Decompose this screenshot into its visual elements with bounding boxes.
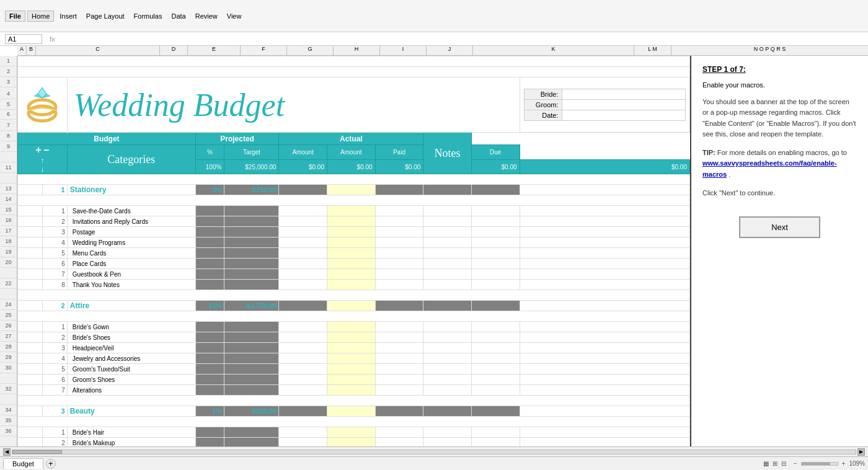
attire-item-1: 1 Bride's Gown: [18, 322, 690, 332]
projected-group-header: Projected: [195, 133, 279, 145]
row-num-8: 8: [0, 131, 17, 141]
attire-sub7: Alterations: [67, 385, 195, 396]
row-num-33: [0, 394, 17, 405]
content-area: Wedding Budget Bride:: [17, 56, 868, 446]
beauty-sub1: Bride's Hair: [67, 427, 195, 438]
row-num-23: [0, 289, 17, 299]
col-header-h: H: [334, 46, 380, 55]
budget-group-header: Budget: [18, 133, 196, 145]
toolbar: File Home Insert Page Layout Formulas Da…: [0, 0, 868, 32]
header-sub-row: + – ↑ ↓ Categories % Target: [18, 145, 690, 160]
page-layout-menu[interactable]: Page Layout: [82, 11, 128, 21]
total-amount1: $0.00: [279, 160, 327, 174]
row-num-2: 2: [0, 66, 17, 77]
name-box[interactable]: A1: [5, 34, 42, 44]
col-header-b: B: [27, 46, 36, 55]
row-2: [18, 67, 690, 78]
scroll-thumb[interactable]: [12, 450, 62, 454]
zoom-plus-btn[interactable]: +: [842, 460, 846, 467]
stationery-item-7: 7 Guestbook & Pen: [18, 269, 690, 280]
row-10-empty: [18, 174, 690, 185]
formula-bar: A1 fx: [0, 32, 868, 46]
actual-group-header: Actual: [279, 133, 423, 145]
row-num-36: 36: [0, 426, 17, 437]
row-num-20: 20: [0, 257, 17, 268]
add-sheet-btn[interactable]: +: [46, 459, 56, 469]
attire-label: Attire: [67, 301, 195, 311]
zoom-fill: [802, 463, 830, 465]
beauty-item-2: 2 Bride's Makeup: [18, 438, 690, 447]
row-num-32: 32: [0, 384, 17, 394]
minus-icon[interactable]: –: [44, 145, 50, 155]
up-arrow[interactable]: ↑: [40, 156, 44, 165]
row-num-16: 16: [0, 215, 17, 226]
total-actual: $0.00: [375, 160, 423, 174]
row-num-31: [0, 373, 17, 384]
stationery-sub4: Wedding Programs: [67, 237, 195, 248]
zoom-level: 109%: [849, 460, 865, 467]
bride-label: Bride:: [524, 89, 562, 100]
col-header-j: J: [427, 46, 473, 55]
total-amount2: $0.00: [327, 160, 376, 174]
row-num-3: 3: [0, 77, 17, 87]
stationery-sub5: Menu Cards: [67, 248, 195, 259]
formula-divider: fx: [50, 35, 55, 43]
down-arrow[interactable]: ↓: [40, 165, 44, 174]
row-num-30: 30: [0, 363, 17, 373]
data-menu[interactable]: Data: [167, 11, 189, 21]
row-num-34: 34: [0, 405, 17, 415]
header-title-row: Wedding Budget Bride:: [18, 78, 690, 133]
next-button[interactable]: Next: [739, 216, 820, 238]
col-header-rest: N O P Q R S: [671, 46, 868, 55]
view-page-break-icon[interactable]: ⊟: [781, 460, 786, 467]
file-menu[interactable]: File: [5, 11, 25, 22]
col-header-f: F: [241, 46, 287, 55]
tip-link[interactable]: www.savvyspreadsheets.com/faq/enable-mac…: [702, 159, 837, 178]
zoom-slider[interactable]: [801, 462, 838, 466]
col-header-e: E: [188, 46, 241, 55]
right-instruction-panel: STEP 1 of 7: Enable your macros. You sho…: [690, 56, 868, 446]
zoom-minus-btn[interactable]: −: [794, 460, 797, 467]
stationery-label: Stationery: [67, 185, 195, 195]
horizontal-scrollbar[interactable]: ◀ ▶: [0, 446, 868, 456]
view-menu[interactable]: View: [223, 11, 246, 21]
col-header-k: K: [473, 46, 634, 55]
home-menu[interactable]: Home: [27, 11, 54, 22]
attire-sub1: Bride's Gown: [67, 322, 195, 332]
ring-logo-svg: [20, 82, 64, 126]
amount2-header: Amount: [327, 145, 376, 160]
stationery-pct: 3%: [195, 185, 224, 195]
row-num-25: 25: [0, 310, 17, 321]
row-num-10: [0, 152, 17, 162]
view-page-layout-icon[interactable]: ⊞: [773, 460, 777, 467]
groom-value[interactable]: [562, 100, 685, 110]
budget-tab[interactable]: Budget: [3, 458, 43, 469]
budget-table-section: Wedding Budget Bride:: [17, 56, 690, 446]
tip-end: .: [728, 171, 730, 178]
sheet-tabs-bar: Budget + ▦ ⊞ ⊟ − + 109%: [0, 456, 868, 470]
attire-item-4: 4 Jewelry and Accessories: [18, 353, 690, 364]
row-1: [18, 56, 690, 67]
attire-sub3: Headpiece/Veil: [67, 343, 195, 353]
row-num-9: 9: [0, 141, 17, 152]
budget-table: Wedding Budget Bride:: [17, 56, 690, 446]
pct-header: %: [195, 145, 224, 160]
col-header-i: I: [380, 46, 427, 55]
plus-icon[interactable]: +: [35, 145, 41, 155]
scroll-right-btn[interactable]: ▶: [857, 448, 865, 456]
formulas-menu[interactable]: Formulas: [130, 11, 166, 21]
scroll-left-btn[interactable]: ◀: [3, 448, 11, 456]
insert-menu[interactable]: Insert: [56, 11, 81, 21]
row-num-11: 11: [0, 162, 17, 173]
date-value[interactable]: [562, 110, 685, 121]
column-headers: A B C D E F G H I J K L M N O P Q R S: [17, 46, 868, 56]
bride-value[interactable]: [562, 89, 685, 100]
row-num-35: 35: [0, 415, 17, 426]
view-normal-icon[interactable]: ▦: [763, 460, 769, 467]
review-menu[interactable]: Review: [192, 11, 221, 21]
stationery-item-6: 6 Place Cards: [18, 259, 690, 269]
row-num-37: [0, 437, 17, 446]
attire-item-3: 3 Headpiece/Veil: [18, 343, 690, 353]
groom-label: Groom:: [524, 100, 562, 110]
bride-groom-info-cell: Bride: Groom: Date:: [520, 78, 689, 133]
